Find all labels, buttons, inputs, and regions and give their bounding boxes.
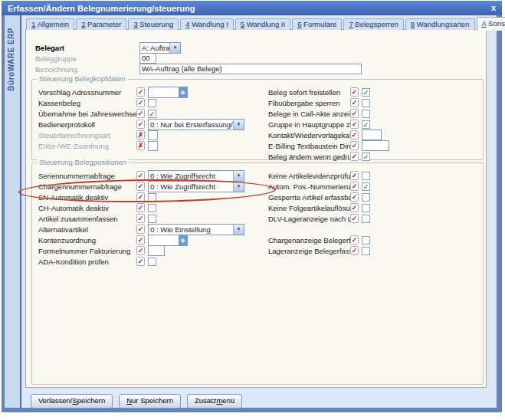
vorschlag-adressnummer-spinner[interactable]: ◆ — [148, 87, 188, 98]
belegart-select[interactable]: A: Auftrag ▼ — [139, 42, 181, 54]
row-chargenanzeige: Chargenanzeige Belegerfassung ✓ — [268, 235, 480, 245]
bezeichnung-field[interactable]: WA-Auftrag (alle Belege) — [139, 64, 362, 74]
field-active-icon[interactable]: ✓ — [136, 109, 145, 118]
field-active-icon[interactable]: ✓ — [136, 87, 145, 97]
chevron-down-icon[interactable]: ▼ — [233, 182, 244, 192]
row-erloes-we-zuordnung: Erlös-/WE-Zuordnung ✗ — [38, 140, 265, 151]
ada-kondition-checkbox[interactable] — [148, 258, 156, 266]
sn-automatik-checkbox[interactable] — [148, 193, 156, 202]
tab-wandlung-1[interactable]: 4 Wandlung I — [180, 18, 234, 30]
spinner-icon[interactable]: ◆ — [179, 235, 187, 245]
field-active-icon[interactable]: ✓ — [350, 246, 359, 255]
field-active-icon[interactable]: ✓ — [136, 98, 145, 107]
close-icon[interactable]: x — [491, 4, 496, 12]
call-akte-checkbox[interactable] — [362, 110, 370, 118]
field-active-icon[interactable]: ✓ — [350, 98, 359, 107]
field-active-icon[interactable]: ✓ — [136, 182, 145, 191]
row-formelnummer: Formelnummer Fakturierung ✓ — [38, 245, 265, 256]
row-uebernahme-jahreswechsel: Übernahme bei Jahreswechsel ✓ ✓ — [38, 108, 265, 119]
tab-belegsperren[interactable]: 7 Belegsperren — [343, 18, 403, 30]
bedienerprotokoll-select[interactable]: 0 : Nur bei Ersterfassung/Änderung ▼ — [148, 119, 244, 130]
steuerberechnungsart-field[interactable] — [148, 130, 158, 140]
zusatzmenue-button[interactable]: Zusatzmenü — [187, 394, 242, 409]
check-icon: ✓ — [363, 153, 369, 161]
beleggruppe-field[interactable]: 00 — [139, 53, 156, 64]
artikelevidenz-checkbox[interactable] — [362, 172, 370, 180]
field-active-icon[interactable]: ✓ — [136, 171, 145, 180]
wiedervorlage-field[interactable] — [362, 130, 382, 140]
field-active-icon[interactable]: ✓ — [350, 141, 359, 150]
check-icon: ✓ — [363, 121, 369, 129]
field-active-icon[interactable]: ✓ — [136, 120, 145, 129]
field-inactive-icon[interactable]: ✗ — [136, 141, 145, 150]
erloes-we-field[interactable] — [148, 141, 158, 151]
field-inactive-icon[interactable]: ✗ — [136, 130, 145, 139]
tab-wandlung-2[interactable]: 5 Wandlung II — [235, 18, 290, 30]
lageranzeige-checkbox[interactable] — [362, 247, 370, 255]
chargennummern-select[interactable]: 0 : Wie Zugriffsrecht ▼ — [148, 181, 244, 192]
tab-steuerung[interactable]: 3 Steuerung — [128, 18, 179, 30]
tab-formulare[interactable]: 6 Formulare — [292, 18, 342, 30]
field-active-icon[interactable]: ✓ — [350, 182, 359, 191]
chevron-down-icon[interactable]: ▼ — [233, 120, 244, 130]
tab-allgemein[interactable]: 1 Allgemein — [26, 18, 74, 30]
field-active-icon[interactable]: ✓ — [350, 130, 359, 139]
tab-bar: 1 Allgemein 2 Parameter 3 Steuerung 4 Wa… — [26, 17, 505, 30]
freistellen-checkbox[interactable]: ✓ — [362, 88, 370, 97]
ch-automatik-checkbox[interactable] — [148, 204, 156, 212]
field-active-icon[interactable]: ✓ — [350, 235, 359, 244]
alternativartikel-select[interactable]: 0 : Wie Einstellung ▼ — [148, 224, 244, 235]
screen: Erfassen/Ändern Belegnumerierung/steueru… — [0, 0, 505, 420]
window-body: BüroWARE ERP 1 Allgemein 2 Parameter 3 S… — [5, 15, 497, 408]
chevron-down-icon[interactable]: ▼ — [233, 171, 244, 181]
fibu-checkbox[interactable] — [362, 99, 370, 107]
formelnummer-field[interactable] — [148, 245, 165, 256]
field-active-icon[interactable]: ✓ — [350, 120, 359, 129]
bezeichnung-label: Bezeichnung — [35, 65, 139, 74]
field-active-icon[interactable]: ✓ — [350, 192, 359, 202]
nur-speichern-button[interactable]: Nur Speichern — [119, 394, 181, 409]
chargenanzeige-checkbox[interactable] — [362, 236, 370, 244]
field-active-icon[interactable]: ✓ — [136, 214, 145, 223]
field-active-icon[interactable]: ✓ — [136, 203, 145, 212]
row-dlv-lageranzeige: DLV-Lageranzeige nach Lagerort ✓ — [268, 213, 480, 224]
row-ebilling-textbaustein: E-Billing Textbaustein Direktd ✓ — [268, 140, 480, 151]
kassenbeleg-checkbox[interactable] — [148, 99, 156, 107]
ebilling-field[interactable] — [362, 140, 389, 151]
field-active-icon[interactable]: ✓ — [350, 203, 359, 212]
field-active-icon[interactable]: ✓ — [350, 87, 359, 97]
chevron-down-icon[interactable]: ▼ — [169, 43, 180, 53]
tab-wandlungsarten[interactable]: 8 Wandlungsarten — [405, 18, 475, 30]
verlassen-speichern-button[interactable]: Verlassen/Speichern — [31, 394, 113, 409]
title-bar[interactable]: Erfassen/Ändern Belegnumerierung/steueru… — [2, 1, 502, 15]
tab-page-sonstige: Belegart A: Auftrag ▼ Beleggruppe 00 Bez… — [25, 29, 487, 388]
field-active-icon[interactable]: ✓ — [350, 152, 359, 161]
field-active-icon[interactable]: ✓ — [136, 192, 145, 202]
gedruckt-checkbox[interactable]: ✓ — [362, 153, 370, 161]
dlv-lageranzeige-checkbox[interactable] — [362, 215, 370, 223]
row-kontakt-wiedervorlage: Kontakt/Wiedervorlagekategorie ✓ — [268, 130, 480, 140]
zusammenfassen-checkbox[interactable] — [148, 215, 156, 223]
field-active-icon[interactable]: ✓ — [350, 171, 359, 180]
gesperrte-artikel-checkbox[interactable] — [362, 193, 370, 202]
tab-sonstige[interactable]: A Sonstige — [477, 17, 505, 31]
kopfdaten-left-column: Vorschlag Adressnummer ✓ ◆ Kassenbeleg ✓… — [38, 87, 265, 151]
tab-parameter[interactable]: 2 Parameter — [76, 18, 126, 30]
field-active-icon[interactable]: ✓ — [136, 235, 145, 244]
uebernahme-checkbox[interactable]: ✓ — [148, 110, 156, 118]
row-folgeartikel: Keine Folgeartikelauflösung ✓ — [268, 202, 480, 213]
seriennummern-select[interactable]: 0 : Wie Zugriffsrecht ▼ — [148, 170, 244, 182]
field-active-icon[interactable]: ✓ — [136, 225, 145, 234]
field-active-icon[interactable]: ✓ — [350, 109, 359, 118]
field-active-icon[interactable]: ✓ — [136, 257, 145, 266]
row-bezeichnung: Bezeichnung WA-Auftrag (alle Belege) — [35, 64, 362, 74]
hauptgruppe-checkbox[interactable]: ✓ — [362, 120, 370, 129]
chevron-down-icon[interactable]: ▼ — [233, 225, 244, 235]
field-active-icon[interactable]: ✓ — [350, 214, 359, 223]
folgeartikel-checkbox[interactable] — [362, 204, 370, 212]
pos-nummerierung-checkbox[interactable]: ✓ — [362, 182, 370, 191]
spinner-icon[interactable]: ◆ — [179, 87, 187, 97]
field-active-icon[interactable]: ✓ — [136, 246, 145, 255]
row-alternativartikel: Alternativartikel ✓ 0 : Wie Einstellung … — [38, 224, 265, 235]
kontenzuordnung-spinner[interactable]: ◆ — [148, 235, 188, 246]
